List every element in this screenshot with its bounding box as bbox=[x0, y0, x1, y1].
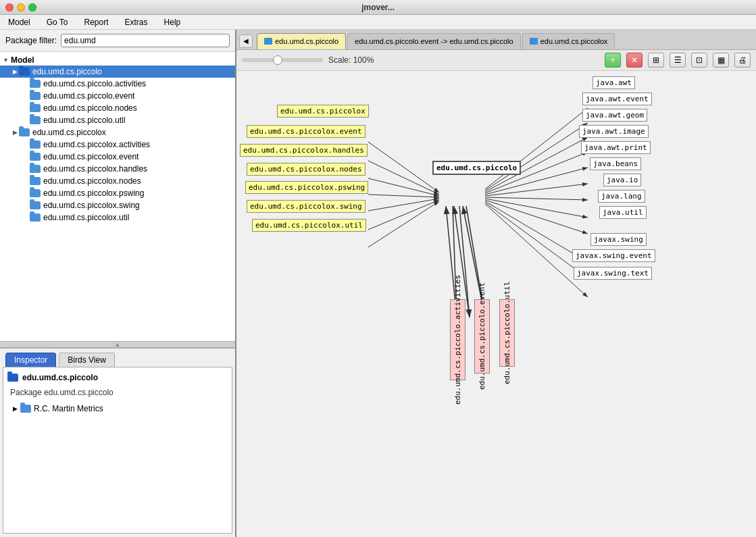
node-piccolox[interactable]: edu.umd.cs.piccolox bbox=[277, 105, 369, 118]
tree-item-piccolox[interactable]: ▶ edu.umd.cs.piccolox bbox=[0, 126, 235, 138]
metrics-expand-arrow: ▶ bbox=[13, 405, 18, 412]
tree-item-piccolox-swing[interactable]: edu.umd.cs.piccolox.swing bbox=[0, 199, 235, 211]
expand-arrow-piccolox-pswing bbox=[22, 189, 30, 197]
folder-icon-piccolo-util bbox=[30, 116, 41, 124]
folder-icon-piccolox-nodes bbox=[30, 177, 41, 185]
folder-icon-piccolox-event bbox=[30, 153, 41, 161]
tree-item-piccolo-event[interactable]: edu.umd.cs.piccolo.event bbox=[0, 90, 235, 102]
diagram-arrows bbox=[236, 71, 756, 537]
node-java-awt-event[interactable]: java.awt.event bbox=[582, 93, 652, 105]
titlebar: jmover... bbox=[0, 0, 756, 15]
expand-arrow-piccolo-nodes bbox=[22, 104, 30, 112]
node-java-beans[interactable]: java.beans bbox=[590, 157, 641, 170]
package-filter-input[interactable] bbox=[61, 34, 230, 47]
expand-arrow-piccolo-event bbox=[22, 92, 30, 100]
package-filter-label: Package filter: bbox=[5, 36, 57, 45]
tree-label-piccolox-util: edu.umd.cs.piccolox.util bbox=[43, 213, 129, 222]
svg-line-8 bbox=[485, 108, 588, 189]
inspector-subtitle: Package edu.umd.cs.piccolo bbox=[7, 388, 114, 397]
toolbar-list-button[interactable]: ☰ bbox=[670, 53, 686, 68]
tab-birds-view[interactable]: Birds View bbox=[59, 353, 114, 367]
tree-item-piccolox-nodes[interactable]: edu.umd.cs.piccolox.nodes bbox=[0, 175, 235, 187]
tree-item-piccolox-activities[interactable]: edu.umd.cs.piccolox.activities bbox=[0, 138, 235, 151]
tree-item-piccolox-handles[interactable]: edu.umd.cs.piccolox.handles bbox=[0, 163, 235, 175]
inspector-tabs: Inspector Birds View bbox=[0, 349, 235, 367]
tree-item-piccolo[interactable]: ▶ edu.umd.cs.piccolo bbox=[0, 66, 235, 78]
node-javax-swing[interactable]: javax.swing bbox=[590, 233, 647, 246]
menu-model[interactable]: Model bbox=[5, 16, 33, 28]
inspector-title-row: edu.umd.cs.piccolo bbox=[7, 372, 228, 384]
folder-icon-piccolox-util bbox=[30, 213, 41, 222]
node-java-awt-image[interactable]: java.awt.image bbox=[579, 125, 649, 138]
package-filter-row: Package filter: bbox=[0, 30, 235, 52]
tab-piccolox[interactable]: edu.umd.cs.piccolox bbox=[522, 33, 615, 49]
node-javax-swing-text[interactable]: javax.swing.text bbox=[574, 267, 652, 280]
folder-icon-piccolox-activities bbox=[30, 140, 41, 149]
tree-label-piccolox-swing: edu.umd.cs.piccolox.swing bbox=[43, 201, 140, 210]
scale-slider-thumb[interactable] bbox=[273, 55, 282, 65]
toolbar-print-button[interactable]: 🖨 bbox=[734, 53, 751, 68]
svg-line-5 bbox=[368, 199, 439, 211]
node-java-util[interactable]: java.util bbox=[599, 206, 647, 219]
inspector-panel: Inspector Birds View edu.umd.cs.piccolo … bbox=[0, 348, 235, 537]
svg-line-18 bbox=[485, 203, 588, 278]
tree-item-piccolox-util[interactable]: edu.umd.cs.piccolox.util bbox=[0, 211, 235, 224]
menu-goto[interactable]: Go To bbox=[44, 16, 71, 28]
node-javax-swing-event[interactable]: javax.swing.event bbox=[572, 249, 655, 262]
tree-item-piccolo-activities[interactable]: edu.umd.cs.piccolo.activities bbox=[0, 78, 235, 90]
panel-divider[interactable]: ▲ bbox=[0, 341, 235, 348]
tree-item-piccolo-util[interactable]: edu.umd.cs.piccolo.util bbox=[0, 114, 235, 126]
tree-label-piccolo-util: edu.umd.cs.piccolo.util bbox=[43, 116, 125, 125]
tree-label-piccolox-handles: edu.umd.cs.piccolox.handles bbox=[43, 164, 147, 174]
tree-item-piccolox-pswing[interactable]: edu.umd.cs.piccolox.pswing bbox=[0, 187, 235, 199]
toolbar-layout-button[interactable]: ⊞ bbox=[648, 53, 664, 68]
tree-root: ▼ Model bbox=[0, 55, 235, 66]
node-piccolo-util[interactable]: edu.umd.cs.piccolo.util bbox=[499, 299, 515, 367]
tab-piccolo-event[interactable]: edu.umd.cs.piccolo.event -> edu.umd.cs.p… bbox=[347, 33, 521, 49]
node-java-awt-print[interactable]: java.awt.print bbox=[581, 141, 651, 154]
left-panel: Package filter: ▼ Model ▶ edu.umd.cs.pic… bbox=[0, 30, 236, 537]
node-piccolo-activities[interactable]: edu.umd.cs.piccolo.activities bbox=[450, 299, 465, 380]
tree-item-piccolo-nodes[interactable]: edu.umd.cs.piccolo.nodes bbox=[0, 102, 235, 114]
svg-line-14 bbox=[485, 197, 588, 200]
inspector-tree-metrics[interactable]: ▶ R.C. Martin Metrics bbox=[7, 403, 228, 415]
close-button[interactable] bbox=[5, 3, 14, 11]
toolbar-grid-button[interactable]: ▦ bbox=[713, 53, 729, 68]
app-title: jmover... bbox=[361, 3, 395, 12]
tab-piccolo-label: edu.umd.cs.piccolo bbox=[275, 37, 338, 45]
node-java-io[interactable]: java.io bbox=[603, 174, 641, 186]
tab-back-button[interactable]: ◀ bbox=[239, 34, 253, 48]
tab-piccolox-icon bbox=[530, 38, 538, 45]
node-piccolox-event[interactable]: edu.umd.cs.piccolox.event bbox=[247, 125, 366, 138]
scale-slider[interactable] bbox=[242, 58, 323, 62]
expand-arrow-piccolox-activities bbox=[22, 140, 30, 149]
svg-line-1 bbox=[368, 142, 439, 193]
node-piccolox-util[interactable]: edu.umd.cs.piccolox.util bbox=[252, 219, 366, 232]
menu-help[interactable]: Help bbox=[161, 16, 184, 28]
node-java-lang[interactable]: java.lang bbox=[598, 190, 645, 203]
toolbar-add-button[interactable]: + bbox=[605, 53, 621, 68]
node-java-awt-geom[interactable]: java.awt.geom bbox=[582, 109, 647, 122]
tab-inspector[interactable]: Inspector bbox=[5, 353, 56, 367]
expand-arrow-piccolox-util bbox=[22, 213, 30, 222]
tab-piccolo[interactable]: edu.umd.cs.piccolo bbox=[257, 33, 346, 49]
svg-line-16 bbox=[485, 200, 588, 234]
node-piccolox-pswing[interactable]: edu.umd.cs.piccolox.pswing bbox=[245, 181, 368, 194]
node-piccolox-nodes[interactable]: edu.umd.cs.piccolox.nodes bbox=[247, 163, 366, 176]
menu-report[interactable]: Report bbox=[82, 16, 111, 28]
node-piccolo-center[interactable]: edu.umd.cs.piccolo bbox=[432, 161, 521, 175]
node-java-awt[interactable]: java.awt bbox=[593, 76, 635, 89]
tabs-row: ◀ edu.umd.cs.piccolo edu.umd.cs.piccolo.… bbox=[236, 30, 756, 50]
traffic-lights bbox=[5, 3, 36, 11]
scale-label: Scale: 100% bbox=[328, 55, 374, 65]
maximize-button[interactable] bbox=[28, 3, 36, 11]
toolbar-remove-button[interactable]: ✕ bbox=[626, 53, 642, 68]
menu-extras[interactable]: Extras bbox=[122, 16, 151, 28]
toolbar-split-button[interactable]: ⊡ bbox=[691, 53, 707, 68]
tree-item-piccolox-event[interactable]: edu.umd.cs.piccolox.event bbox=[0, 151, 235, 163]
node-piccolox-swing[interactable]: edu.umd.cs.piccolox.swing bbox=[247, 200, 366, 213]
node-piccolox-handles[interactable]: edu.umd.cs.piccolox.handles bbox=[240, 144, 368, 157]
svg-line-13 bbox=[485, 184, 588, 196]
minimize-button[interactable] bbox=[17, 3, 25, 11]
node-piccolo-event-bottom[interactable]: edu.umd.cs.piccolo.event bbox=[474, 299, 490, 374]
